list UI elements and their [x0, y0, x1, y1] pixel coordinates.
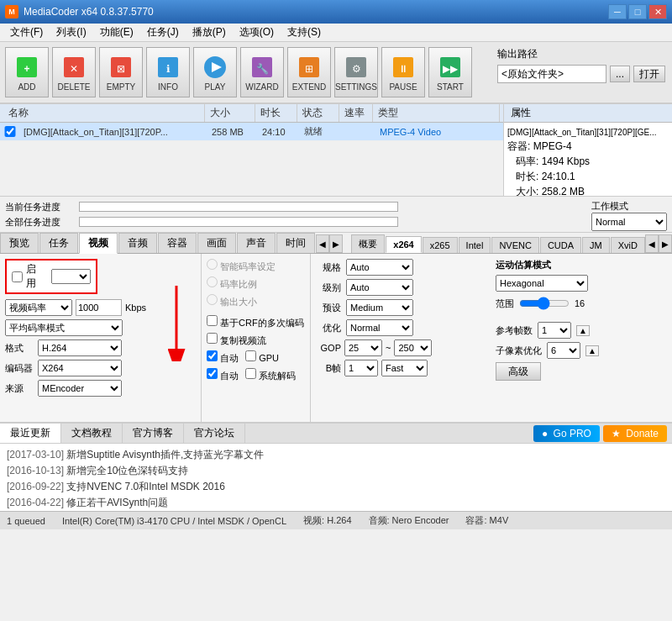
maximize-button[interactable]: □ — [628, 4, 647, 19]
encoder-select[interactable]: X264 — [38, 360, 122, 376]
output-path-input[interactable] — [497, 65, 606, 83]
advanced-button[interactable]: 高级 — [496, 362, 541, 381]
bitrate-input[interactable] — [76, 299, 122, 316]
auto2-checkbox[interactable] — [207, 368, 218, 379]
gop-row: GOP 25 ~ 250 — [316, 339, 487, 356]
preset-select[interactable]: Medium — [346, 299, 413, 316]
source-select[interactable]: MEncoder — [38, 380, 122, 397]
gpu-checkbox[interactable] — [245, 350, 256, 361]
info-icon: ℹ — [155, 54, 181, 81]
tab-nvenc[interactable]: NVENC — [491, 237, 539, 253]
format-row: 格式 H.264 — [5, 339, 196, 356]
gop-select2[interactable]: 250 — [394, 339, 432, 356]
tab-cuda[interactable]: CUDA — [540, 237, 581, 253]
dup-stream-checkbox[interactable] — [207, 333, 218, 344]
profile-select[interactable]: Auto — [346, 259, 413, 276]
right-tabs: 概要 x264 x265 Intel NVENC CUDA JM XviD ◀ … — [350, 234, 672, 253]
col-type: 类型 — [373, 104, 500, 122]
empty-button[interactable]: ⊠ EMPTY — [99, 47, 143, 97]
menu-task[interactable]: 任务(J) — [140, 24, 186, 41]
tune-select[interactable]: Normal — [346, 319, 413, 336]
work-mode-select[interactable]: Normal Background Realtime — [591, 213, 667, 231]
output-path-section: 输出路径 ... 打开 — [491, 42, 672, 88]
donate-button[interactable]: ★ Donate — [603, 425, 667, 442]
tab-picture[interactable]: 画面 — [197, 233, 236, 253]
tab-video[interactable]: 视频 — [79, 233, 118, 254]
tab-intel[interactable]: Intel — [459, 237, 491, 253]
settings-button[interactable]: ⚙ SETTINGS — [334, 47, 378, 97]
close-button[interactable]: ✕ — [648, 4, 667, 19]
go-pro-button[interactable]: ● Go PRO — [533, 425, 600, 442]
file-name: [DMG][Attack_on_Titan][31][720P... — [20, 127, 208, 137]
left-tab-prev[interactable]: ◀ — [316, 234, 329, 253]
news-date-1: [2016-10-13] — [7, 465, 64, 476]
info-button[interactable]: ℹ INFO — [146, 47, 190, 97]
news-date-2: [2016-09-22] — [7, 481, 64, 492]
wizard-button[interactable]: 🔧 WIZARD — [240, 47, 284, 97]
menu-play[interactable]: 播放(P) — [186, 24, 233, 41]
menu-options[interactable]: 选项(O) — [233, 24, 281, 41]
format-select[interactable]: H.264 — [38, 339, 122, 356]
ref-frames-select[interactable]: 1 — [538, 322, 571, 339]
ref-frames-up-btn[interactable]: ▲ — [576, 325, 590, 336]
start-button[interactable]: ▶▶ START — [428, 47, 472, 97]
output-open-button[interactable]: 打开 — [633, 66, 665, 82]
menu-list[interactable]: 列表(I) — [50, 24, 92, 41]
add-button[interactable]: + ADD — [5, 47, 49, 97]
rate-mode-select[interactable]: 平均码率模式 — [5, 319, 123, 336]
sysdecode-checkbox[interactable] — [245, 368, 256, 379]
list-item: [2016-04-22] 修正若干AVISynth问题 — [7, 495, 665, 511]
news-tab-updates[interactable]: 最近更新 — [0, 424, 61, 443]
tab-xvid[interactable]: XviD — [611, 237, 645, 253]
level-select[interactable]: Auto — [346, 279, 413, 296]
news-text-2: 支持NVENC 7.0和Intel MSDK 2016 — [66, 481, 225, 492]
tab-overview[interactable]: 概要 — [351, 234, 385, 253]
tab-x264[interactable]: x264 — [386, 236, 421, 253]
bframe-type-select[interactable]: Fast — [381, 360, 428, 376]
tab-preview[interactable]: 预览 — [0, 233, 39, 253]
enable-checkbox[interactable] — [12, 271, 23, 282]
auto1-checkbox[interactable] — [207, 350, 218, 361]
output-browse-button[interactable]: ... — [610, 66, 630, 82]
tab-container[interactable]: 容器 — [158, 233, 197, 253]
subpel-select[interactable]: 6 — [547, 342, 580, 359]
left-tab-next[interactable]: ▶ — [329, 234, 343, 253]
news-tab-blog[interactable]: 官方博客 — [123, 424, 184, 443]
play-button[interactable]: PLAY — [193, 47, 237, 97]
subpel-up-btn[interactable]: ▲ — [585, 345, 599, 356]
toolbar: + ADD ✕ DELETE ⊠ EMPTY ℹ INFO — [0, 42, 491, 103]
minimize-button[interactable]: ─ — [608, 4, 627, 19]
right-tab-prev[interactable]: ◀ — [645, 234, 659, 253]
right-tab-next[interactable]: ▶ — [659, 234, 672, 253]
info-label: INFO — [158, 82, 178, 92]
menu-support[interactable]: 支持(S) — [281, 24, 328, 41]
table-row[interactable]: [DMG][Attack_on_Titan][31][720P... 258 M… — [0, 123, 503, 141]
enable-select[interactable] — [51, 269, 91, 284]
go-pro-icon: ● — [542, 428, 548, 439]
encoding-mode-select[interactable]: Hexagonal — [496, 275, 588, 292]
news-tab-forum[interactable]: 官方论坛 — [184, 424, 245, 443]
delete-button[interactable]: ✕ DELETE — [52, 47, 96, 97]
menu-file[interactable]: 文件(F) — [3, 24, 50, 41]
tab-audio[interactable]: 音频 — [118, 233, 157, 253]
pause-button[interactable]: ⏸ PAUSE — [381, 47, 425, 97]
news-tabs: 最近更新 文档教程 官方博客 官方论坛 ● Go PRO ★ Donate — [0, 424, 672, 444]
window-controls[interactable]: ─ □ ✕ — [608, 4, 667, 19]
tab-sound[interactable]: 声音 — [237, 233, 276, 253]
bframe-select[interactable]: 1 — [344, 360, 378, 376]
range-slider[interactable] — [519, 297, 570, 310]
tab-jm[interactable]: JM — [582, 237, 610, 253]
crf-checkbox[interactable] — [207, 315, 218, 326]
tab-task[interactable]: 任务 — [39, 233, 78, 253]
news-tab-docs[interactable]: 文档教程 — [61, 424, 123, 443]
video-rate-select[interactable]: 视频码率 — [5, 299, 72, 316]
svg-text:+: + — [24, 63, 29, 75]
status-cpu: Intel(R) Core(TM) i3-4170 CPU / Intel MS… — [62, 516, 286, 526]
gop-select1[interactable]: 25 — [344, 339, 382, 356]
file-checkbox[interactable] — [3, 126, 17, 137]
menu-function[interactable]: 功能(E) — [93, 24, 140, 41]
tab-x265[interactable]: x265 — [423, 237, 458, 253]
extend-button[interactable]: ⊞ EXTEND — [287, 47, 331, 97]
file-type: MPEG-4 Video — [376, 127, 500, 137]
tab-time[interactable]: 时间 — [276, 233, 315, 253]
